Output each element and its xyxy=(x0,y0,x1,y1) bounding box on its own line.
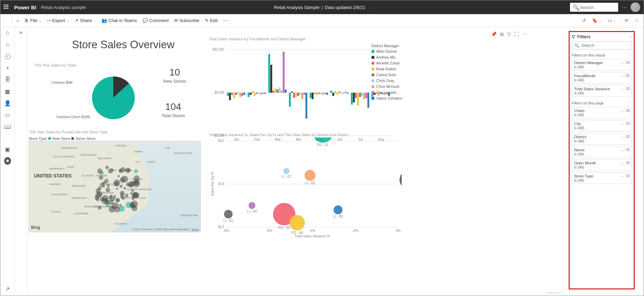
bar[interactable] xyxy=(272,91,274,93)
bar[interactable] xyxy=(268,54,270,93)
legend-item[interactable]: Carlos Grilo xyxy=(371,73,402,77)
bar[interactable] xyxy=(318,93,319,94)
bar[interactable] xyxy=(231,93,233,95)
bar[interactable] xyxy=(285,90,286,93)
map-bubble[interactable] xyxy=(120,177,125,183)
map-bubble[interactable] xyxy=(97,169,102,173)
bar[interactable] xyxy=(276,90,278,93)
user-avatar[interactable] xyxy=(631,2,640,12)
bar[interactable] xyxy=(233,93,235,98)
clear-filter-icon[interactable]: ⌫ xyxy=(625,135,630,139)
clear-filter-icon[interactable]: ⌫ xyxy=(625,148,630,152)
share-menu[interactable]: ↗ Share ⌄ xyxy=(73,17,98,24)
bar[interactable] xyxy=(252,92,253,93)
filter-card[interactable]: Store Type is (All) ⌄⌫ xyxy=(572,172,632,184)
expand-nav-icon[interactable]: ↗ xyxy=(4,285,11,292)
filter-card[interactable]: Name is (All) ⌄⌫ xyxy=(572,146,632,158)
scatter-point[interactable] xyxy=(249,202,255,209)
bar[interactable] xyxy=(264,93,266,94)
clear-filter-icon[interactable]: ⌫ xyxy=(625,174,630,178)
scatter-point[interactable] xyxy=(400,170,402,189)
bar[interactable] xyxy=(320,93,321,94)
bar[interactable] xyxy=(235,93,237,95)
chevron-down-icon[interactable]: ⌄ xyxy=(621,135,624,139)
expand-icon[interactable]: » xyxy=(14,17,21,24)
scatter-point[interactable] xyxy=(283,168,289,174)
bar[interactable] xyxy=(303,93,305,95)
subscribe-button[interactable]: ✉ Subscribe xyxy=(172,17,201,24)
legend-item[interactable]: Chris Gray xyxy=(371,79,402,83)
bar[interactable] xyxy=(291,92,293,93)
reset-icon[interactable]: ↺ xyxy=(580,17,588,24)
bar[interactable] xyxy=(283,52,284,93)
clear-filter-icon[interactable]: ⌫ xyxy=(625,122,630,125)
bar[interactable] xyxy=(281,91,282,93)
bar[interactable] xyxy=(262,93,264,94)
map-bubble[interactable] xyxy=(130,192,132,194)
kpi-new-stores[interactable]: 10 New Stores xyxy=(163,67,186,84)
workspace-circle-icon[interactable]: ✱ xyxy=(4,157,11,164)
visual-more-icon[interactable]: ⋯ xyxy=(522,31,527,37)
page-nav-toggle[interactable]: » xyxy=(15,27,27,296)
search-input[interactable] xyxy=(580,5,615,10)
apps-icon[interactable]: ▦ xyxy=(4,88,11,95)
bar[interactable] xyxy=(241,93,243,96)
map-bubble[interactable] xyxy=(100,197,104,202)
filter-card[interactable]: FiscalMonth is (All) ⌄⌫ xyxy=(572,72,632,84)
recent-icon[interactable]: 🕘 xyxy=(4,53,11,60)
filter-card[interactable]: Chain is (All) ⌄⌫ xyxy=(572,107,632,119)
bar[interactable] xyxy=(243,93,245,95)
bar[interactable] xyxy=(361,93,363,96)
filter-card[interactable]: City is (All) ⌄⌫ xyxy=(572,120,632,132)
bar[interactable] xyxy=(330,91,332,93)
scatter-point[interactable] xyxy=(334,205,342,214)
comment-button[interactable]: 💬 Comment xyxy=(140,17,171,24)
filter-search-input[interactable] xyxy=(581,43,629,48)
global-search[interactable]: 🔍 xyxy=(570,3,618,12)
chevron-down-icon[interactable]: ⌄ xyxy=(621,109,624,112)
bar[interactable] xyxy=(297,93,299,96)
map-bubble[interactable] xyxy=(114,195,116,197)
chevron-down-icon[interactable]: ⌄ xyxy=(621,148,624,152)
bar[interactable] xyxy=(270,65,272,93)
legend-item[interactable]: Valery Ushakov xyxy=(371,96,402,100)
section-more-icon[interactable]: ⋯ xyxy=(628,101,632,105)
refresh-icon[interactable]: ⟳ xyxy=(623,17,631,24)
clear-filter-icon[interactable]: ⌫ xyxy=(625,109,630,112)
bar[interactable] xyxy=(293,93,295,98)
bar[interactable] xyxy=(295,93,297,97)
section-more-icon[interactable]: ⋯ xyxy=(628,53,632,58)
collapse-filters-icon[interactable]: › xyxy=(630,35,632,39)
learn-icon[interactable]: ▭ xyxy=(4,111,11,118)
bar[interactable] xyxy=(367,93,369,108)
scatter-point[interactable] xyxy=(313,137,333,143)
export-menu[interactable]: ↦ Export ⌄ xyxy=(45,17,72,24)
bar[interactable] xyxy=(316,93,317,95)
map-bubble[interactable] xyxy=(125,169,127,171)
favorite-icon[interactable]: ☆ xyxy=(633,17,641,24)
my-workspace-icon[interactable]: ▣ xyxy=(4,146,11,153)
map-bubble[interactable] xyxy=(126,183,130,186)
chat-teams-button[interactable]: 👥 Chat in Teams xyxy=(99,17,139,24)
bar[interactable] xyxy=(342,93,344,94)
bar[interactable] xyxy=(345,92,346,93)
bar[interactable] xyxy=(363,93,365,99)
bar[interactable] xyxy=(312,93,313,99)
legend-item[interactable]: Tina Lassila xyxy=(371,90,402,94)
filter-card[interactable]: Open Month is (All) ⌄⌫ xyxy=(572,159,632,171)
bar[interactable] xyxy=(289,93,291,107)
bar[interactable] xyxy=(365,93,367,98)
bar[interactable] xyxy=(260,93,262,95)
file-menu[interactable]: 🗎 File ⌄ xyxy=(22,17,44,24)
bar-chart[interactable]: ($0.2M)$0.0M$0.2MJanFebMarAprMayJunJulAu… xyxy=(209,46,395,146)
workspaces-icon[interactable]: 📖 xyxy=(4,123,11,130)
focus-icon[interactable]: ⛶ xyxy=(514,31,519,37)
scatter-point[interactable] xyxy=(289,215,305,231)
bar[interactable] xyxy=(227,93,229,96)
bar[interactable] xyxy=(309,93,311,98)
legend-item[interactable]: Allan Guinot xyxy=(371,49,402,53)
clear-filter-icon[interactable]: ⌫ xyxy=(625,161,630,165)
bookmark-icon[interactable]: 🔖⌄ xyxy=(590,17,604,24)
report-title-dropdown[interactable]: Retail Analysis Sample | Data updated 2/… xyxy=(274,5,370,10)
header-more-icon[interactable]: ⋯ xyxy=(622,4,627,11)
